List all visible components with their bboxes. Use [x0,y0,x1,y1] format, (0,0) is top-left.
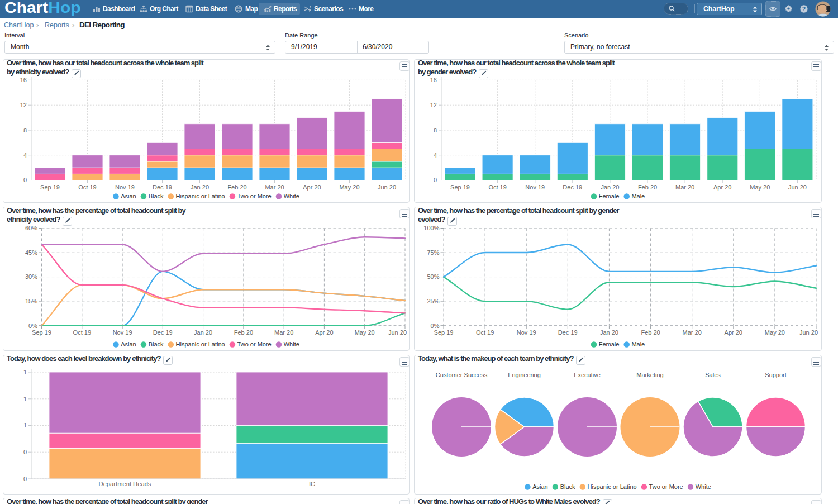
svg-text:8: 8 [23,127,27,134]
svg-text:Female: Female [599,341,620,348]
svg-text:White: White [696,483,711,490]
svg-text:75%: 75% [427,249,439,256]
svg-text:Oct 19: Oct 19 [78,184,96,191]
svg-text:Sep 19: Sep 19 [40,184,60,191]
svg-text:IC: IC [309,481,315,487]
svg-text:1: 1 [23,396,27,402]
svg-text:Jun 20: Jun 20 [788,184,807,191]
svg-text:Black: Black [149,341,164,348]
svg-text:25%: 25% [427,298,439,305]
svg-text:8: 8 [434,127,437,134]
svg-text:0: 0 [23,449,27,455]
svg-text:Customer Success: Customer Success [436,372,488,378]
svg-text:Apr 20: Apr 20 [725,329,742,336]
svg-text:Sep 19: Sep 19 [32,329,51,336]
svg-text:Asian: Asian [121,193,136,199]
svg-text:Male: Male [631,193,645,199]
svg-text:Mar 20: Mar 20 [274,329,293,336]
svg-text:Feb 20: Feb 20 [227,184,246,191]
svg-text:?: ? [802,6,806,12]
svg-text:Department Heads: Department Heads [99,481,151,487]
svg-text:Feb 20: Feb 20 [641,329,660,336]
svg-text:Engineering: Engineering [508,372,541,378]
svg-text:Nov 19: Nov 19 [113,329,132,336]
svg-text:Male: Male [631,341,645,348]
svg-text:Dec 19: Dec 19 [563,184,582,191]
svg-text:60%: 60% [25,225,37,231]
svg-text:Jun 20: Jun 20 [378,184,396,191]
svg-text:Mar 20: Mar 20 [265,184,284,191]
svg-text:Asian: Asian [121,341,136,348]
svg-text:Hispanic or Latino: Hispanic or Latino [176,341,225,348]
svg-text:Black: Black [560,483,575,490]
svg-text:Marketing: Marketing [636,372,663,378]
svg-text:May 20: May 20 [765,329,785,336]
svg-text:12: 12 [430,102,437,108]
svg-text:45%: 45% [25,249,37,256]
svg-text:Two or More: Two or More [237,193,272,199]
svg-text:May 20: May 20 [339,184,359,191]
svg-text:Mar 20: Mar 20 [675,184,694,191]
svg-text:Jun 20: Jun 20 [388,329,407,336]
svg-text:1: 1 [23,422,27,429]
svg-text:Nov 19: Nov 19 [517,329,536,336]
svg-text:Support: Support [765,372,787,378]
svg-text:Oct 19: Oct 19 [476,329,494,336]
svg-text:Jan 20: Jan 20 [191,184,209,191]
svg-text:Oct 19: Oct 19 [488,184,506,191]
svg-text:Jan 20: Jan 20 [601,184,619,191]
svg-text:Asian: Asian [532,483,548,490]
svg-text:0: 0 [434,177,437,183]
svg-text:Hispanic or Latino: Hispanic or Latino [588,483,637,490]
svg-text:16: 16 [20,77,27,83]
svg-text:Dec 19: Dec 19 [153,184,172,191]
svg-text:12: 12 [20,102,27,108]
svg-text:0%: 0% [28,322,37,329]
svg-text:Dec 19: Dec 19 [153,329,173,336]
svg-text:Sep 19: Sep 19 [450,184,470,191]
svg-text:4: 4 [434,152,437,159]
svg-text:Executive: Executive [574,372,601,378]
svg-text:Nov 19: Nov 19 [525,184,545,191]
svg-text:0: 0 [23,177,27,183]
svg-text:Mar 20: Mar 20 [683,329,702,336]
svg-text:0%: 0% [431,322,440,329]
svg-text:1: 1 [23,369,27,375]
svg-text:White: White [284,341,299,348]
svg-text:Hispanic or Latino: Hispanic or Latino [176,193,225,199]
svg-text:Jun 20: Jun 20 [799,329,818,336]
svg-text:Nov 19: Nov 19 [115,184,135,191]
svg-text:Two or More: Two or More [649,483,683,490]
svg-text:May 20: May 20 [750,184,770,191]
svg-text:Apr 20: Apr 20 [713,184,731,191]
svg-text:0: 0 [23,476,27,482]
svg-text:30%: 30% [25,273,37,280]
svg-text:16: 16 [430,77,437,83]
svg-text:Apr 20: Apr 20 [315,329,333,336]
svg-text:Black: Black [149,193,164,199]
svg-text:Feb 20: Feb 20 [638,184,657,191]
svg-text:Feb 20: Feb 20 [234,329,253,336]
svg-text:15%: 15% [25,298,37,305]
svg-text:100%: 100% [423,225,439,231]
svg-text:Dec 19: Dec 19 [558,329,578,336]
svg-text:Sep 19: Sep 19 [434,329,454,336]
svg-text:Sales: Sales [705,372,721,378]
svg-text:Apr 20: Apr 20 [303,184,321,191]
svg-text:May 20: May 20 [355,329,375,336]
svg-text:4: 4 [23,152,27,159]
svg-text:Two or More: Two or More [237,341,272,348]
svg-text:Female: Female [599,193,620,199]
svg-text:White: White [284,193,299,199]
svg-text:Jan 20: Jan 20 [600,329,618,336]
svg-text:Oct 19: Oct 19 [73,329,91,336]
svg-text:Jan 20: Jan 20 [194,329,212,336]
svg-text:50%: 50% [427,273,439,280]
